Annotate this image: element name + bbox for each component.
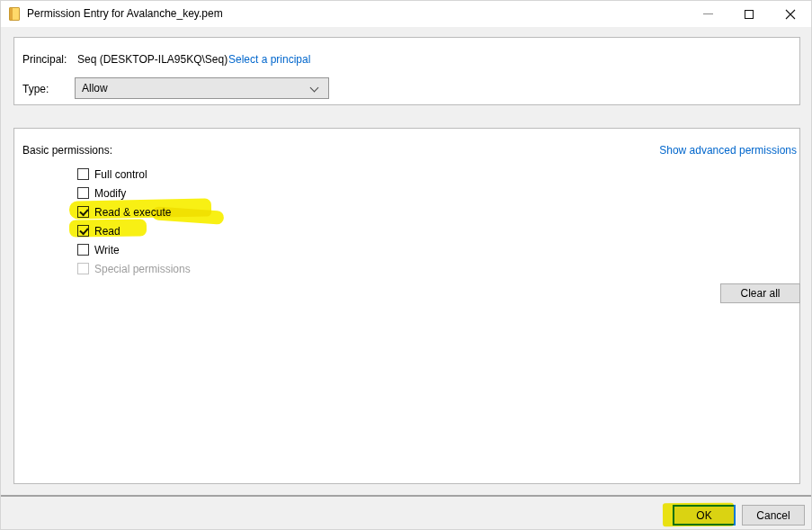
principal-label: Principal:: [22, 53, 67, 66]
permission-row-write: Write: [77, 240, 191, 259]
select-principal-link[interactable]: Select a principal: [228, 53, 310, 66]
modify-checkbox[interactable]: [77, 187, 89, 199]
permission-label: Modify: [94, 187, 126, 200]
titlebar: Permission Entry for Avalanche_key.pem: [1, 1, 811, 27]
permission-row-special: Special permissions: [77, 259, 191, 278]
permission-row-read: Read: [77, 221, 191, 240]
read-checkbox[interactable]: [77, 225, 89, 237]
full-control-checkbox[interactable]: [77, 168, 89, 180]
write-checkbox[interactable]: [77, 244, 89, 256]
permission-label: Read: [94, 225, 120, 238]
clear-all-button[interactable]: Clear all: [720, 283, 800, 303]
permission-label: Write: [94, 244, 120, 256]
permission-row-full-control: Full control: [77, 165, 191, 184]
basic-permissions-label: Basic permissions:: [22, 144, 112, 157]
principal-value: Seq (DESKTOP-ILA95KQ\Seq): [77, 53, 228, 66]
type-dropdown[interactable]: Allow: [75, 77, 329, 99]
permission-entry-dialog: Permission Entry for Avalanche_key.pem P…: [0, 0, 812, 530]
type-dropdown-value: Allow: [82, 82, 108, 94]
type-label: Type:: [22, 83, 49, 95]
close-icon: [785, 9, 796, 20]
cancel-button[interactable]: Cancel: [742, 505, 805, 526]
permission-row-read-execute: Read & execute: [77, 202, 191, 221]
footer-divider: [1, 495, 812, 497]
maximize-button[interactable]: [728, 1, 770, 27]
permission-list: Full control Modify Read & execute Read …: [77, 165, 191, 278]
chevron-down-icon: [310, 84, 319, 93]
close-button[interactable]: [770, 1, 811, 27]
permission-row-modify: Modify: [77, 184, 191, 202]
minimize-icon: [703, 13, 713, 14]
ok-button[interactable]: OK: [673, 505, 736, 526]
folder-icon: [9, 7, 20, 21]
window-title: Permission Entry for Avalanche_key.pem: [27, 7, 223, 20]
special-permissions-checkbox: [77, 263, 89, 274]
show-advanced-permissions-link[interactable]: Show advanced permissions: [659, 144, 797, 157]
permission-label: Special permissions: [94, 263, 191, 275]
maximize-icon: [745, 10, 754, 19]
permission-label: Full control: [94, 168, 147, 181]
minimize-button[interactable]: [687, 1, 728, 27]
read-execute-checkbox[interactable]: [77, 206, 89, 218]
permission-label: Read & execute: [94, 206, 171, 219]
